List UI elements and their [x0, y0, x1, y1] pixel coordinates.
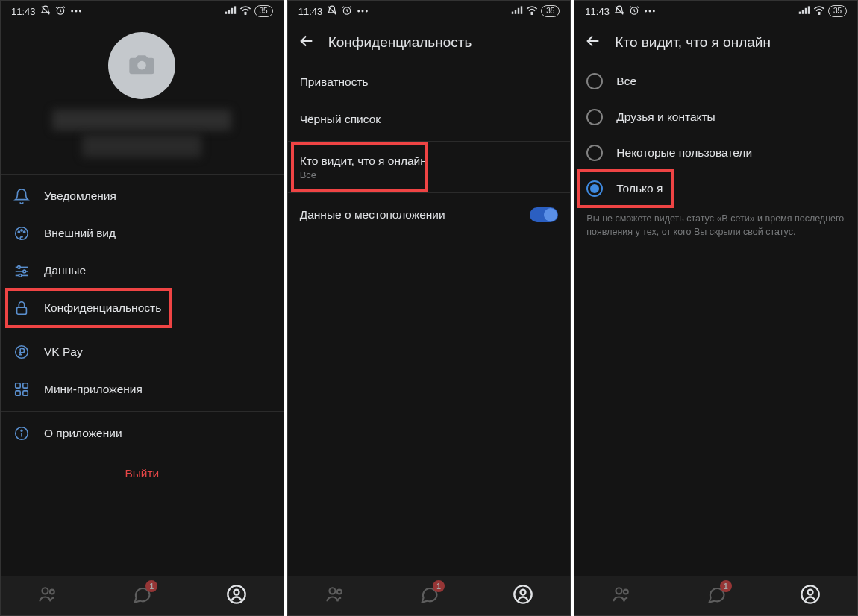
svg-point-45 — [337, 590, 342, 594]
nav-badge: 1 — [433, 580, 445, 592]
bottom-nav: 1 — [574, 576, 857, 615]
screen-settings: 11:43 35 — [0, 0, 284, 616]
divider — [288, 141, 571, 142]
svg-rect-24 — [23, 383, 28, 388]
svg-point-9 — [245, 13, 246, 14]
nav-profile[interactable] — [513, 584, 533, 608]
svg-point-2 — [71, 10, 73, 12]
bottom-nav: 1 — [1, 576, 284, 615]
menu-appearance[interactable]: Внешний вид — [1, 215, 284, 252]
divider — [1, 174, 284, 175]
menu-privacy[interactable]: Конфиденциальность — [1, 289, 284, 327]
alarm-icon — [629, 5, 639, 18]
menu-about[interactable]: О приложении — [1, 415, 284, 452]
menu-label: VK Pay — [44, 345, 83, 359]
header: Кто видит, что я онлайн — [574, 22, 857, 63]
back-icon[interactable] — [585, 33, 601, 52]
menu-label: Мини-приложения — [44, 383, 143, 396]
svg-rect-8 — [234, 6, 235, 13]
svg-point-58 — [616, 588, 622, 594]
svg-rect-6 — [228, 10, 229, 14]
svg-point-36 — [357, 10, 360, 12]
status-time: 11:43 — [585, 6, 610, 17]
menu-label: Данные — [44, 264, 86, 277]
svg-point-61 — [807, 590, 812, 595]
profile-header[interactable] — [1, 22, 284, 171]
menu-label: Конфиденциальность — [44, 301, 161, 315]
svg-point-19 — [23, 270, 26, 273]
svg-point-43 — [531, 13, 533, 14]
nav-profile[interactable] — [226, 584, 247, 608]
page-title: Кто видит, что я онлайн — [615, 34, 771, 51]
svg-point-20 — [19, 274, 22, 277]
svg-rect-23 — [16, 383, 20, 388]
svg-rect-40 — [515, 10, 516, 14]
more-icon — [357, 6, 369, 17]
screen-privacy: 11:43 35 Конфиденциальность Приватность … — [287, 0, 572, 616]
svg-point-22 — [16, 346, 28, 359]
svg-point-33 — [234, 590, 239, 595]
option-all[interactable]: Все — [574, 63, 857, 99]
svg-point-38 — [366, 10, 368, 12]
more-icon — [70, 6, 82, 17]
nav-friends[interactable] — [325, 584, 345, 608]
row-who-sees-online[interactable]: Кто видит, что я онлайн Все — [288, 145, 571, 189]
menu-miniapps[interactable]: Мини-приложения — [1, 371, 284, 408]
svg-rect-42 — [521, 6, 522, 13]
alarm-icon — [342, 5, 352, 18]
logout-button[interactable]: Выйти — [1, 452, 284, 495]
avatar-placeholder[interactable] — [108, 32, 175, 99]
signal-icon — [511, 6, 523, 17]
divider — [1, 330, 284, 330]
nav-badge: 1 — [145, 580, 157, 592]
svg-rect-41 — [518, 7, 519, 13]
option-only-me[interactable]: Только я — [574, 171, 857, 207]
menu-notifications[interactable]: Уведомления — [1, 177, 284, 215]
row-blacklist[interactable]: Чёрный список — [288, 101, 571, 138]
svg-rect-39 — [512, 11, 513, 13]
dnd-icon — [40, 5, 51, 18]
option-friends[interactable]: Друзья и контакты — [574, 99, 857, 135]
nav-profile[interactable] — [800, 584, 821, 608]
menu-label: Внешний вид — [44, 227, 116, 240]
svg-point-29 — [21, 430, 22, 431]
divider — [288, 192, 571, 193]
option-some[interactable]: Некоторые пользователи — [574, 135, 857, 171]
svg-point-44 — [329, 588, 335, 594]
nav-badge: 1 — [720, 580, 732, 592]
svg-point-47 — [521, 590, 526, 595]
page-title: Конфиденциальность — [328, 34, 472, 51]
grid-icon — [13, 381, 31, 397]
palette-icon — [13, 225, 31, 242]
svg-point-52 — [653, 10, 655, 12]
svg-point-37 — [362, 10, 364, 12]
svg-rect-25 — [16, 391, 20, 395]
svg-point-50 — [645, 10, 647, 12]
menu-data[interactable]: Данные — [1, 252, 284, 289]
svg-point-51 — [648, 10, 651, 12]
nav-chats[interactable]: 1 — [706, 584, 727, 608]
status-bar: 11:43 35 — [574, 1, 857, 22]
row-location-data[interactable]: Данные о местоположении — [288, 196, 571, 233]
dnd-icon — [327, 5, 337, 18]
svg-point-31 — [50, 590, 54, 594]
radio-icon — [586, 145, 603, 161]
help-text: Вы не сможете видеть статус «В сети» и в… — [574, 207, 857, 239]
header: Конфиденциальность — [288, 22, 571, 63]
nav-chats[interactable]: 1 — [419, 584, 439, 608]
back-icon[interactable] — [298, 33, 315, 52]
menu-vkpay[interactable]: VK Pay — [1, 333, 284, 371]
row-privacy[interactable]: Приватность — [288, 63, 571, 101]
toggle-location[interactable] — [530, 207, 558, 222]
lock-icon — [13, 300, 31, 316]
screen-who-online: 11:43 35 Кто видит, что я онлайн Все Дру… — [574, 0, 858, 616]
status-time: 11:43 — [298, 6, 323, 17]
profile-name-blurred — [52, 110, 231, 131]
nav-friends[interactable] — [37, 584, 58, 608]
svg-point-57 — [818, 13, 820, 14]
nav-friends[interactable] — [611, 584, 632, 608]
radio-icon — [586, 73, 603, 89]
nav-chats[interactable]: 1 — [131, 584, 152, 608]
svg-rect-55 — [805, 7, 807, 13]
profile-sub-blurred — [82, 135, 201, 157]
